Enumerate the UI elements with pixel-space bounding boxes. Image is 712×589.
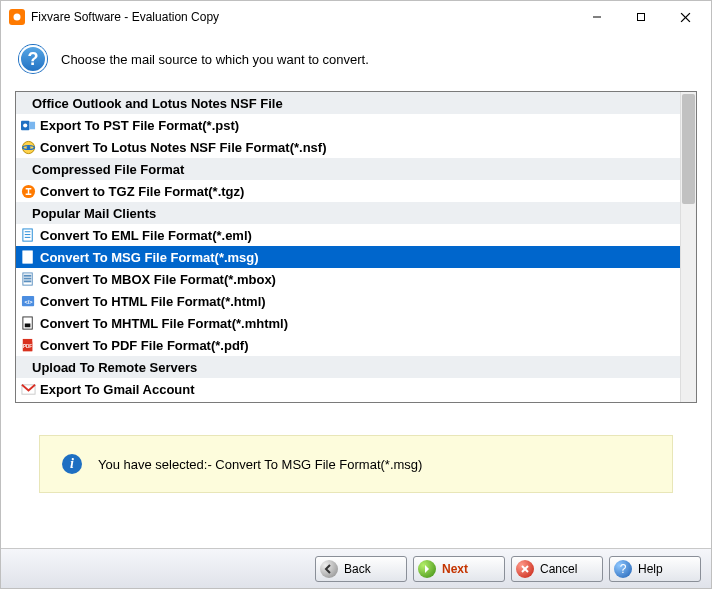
status-panel: i You have selected:- Convert To MSG Fil… xyxy=(39,435,673,493)
row-label: Convert To EML File Format(*.eml) xyxy=(40,228,252,243)
wizard-footer: Back Next Cancel ? Help xyxy=(1,548,711,588)
list-category: Popular Mail Clients xyxy=(16,202,680,224)
list-option[interactable]: Convert To MSG File Format(*.msg) xyxy=(16,246,680,268)
outlook-icon xyxy=(20,117,36,133)
list-option[interactable]: Convert To Lotus Notes NSF File Format(*… xyxy=(16,136,680,158)
help-label: Help xyxy=(638,562,663,576)
status-text: You have selected:- Convert To MSG File … xyxy=(98,457,422,472)
question-icon: ? xyxy=(19,45,47,73)
row-label: Convert To Lotus Notes NSF File Format(*… xyxy=(40,140,327,155)
app-icon xyxy=(9,9,25,25)
help-icon: ? xyxy=(614,560,632,578)
cancel-button[interactable]: Cancel xyxy=(511,556,603,582)
row-label: Convert to TGZ File Format(*.tgz) xyxy=(40,184,244,199)
notes-icon xyxy=(20,139,36,155)
help-button[interactable]: ? Help xyxy=(609,556,701,582)
row-label: Popular Mail Clients xyxy=(32,206,156,221)
mhtml-icon xyxy=(20,315,36,331)
row-label: Office Outlook and Lotus Notes NSF File xyxy=(32,96,283,111)
row-label: Convert To MBOX File Format(*.mbox) xyxy=(40,272,276,287)
svg-rect-20 xyxy=(23,274,31,276)
svg-point-7 xyxy=(23,123,27,127)
titlebar[interactable]: Fixvare Software - Evaluation Copy xyxy=(1,1,711,33)
list-option[interactable]: Convert To MBOX File Format(*.mbox) xyxy=(16,268,680,290)
cancel-label: Cancel xyxy=(540,562,577,576)
list-option[interactable]: Convert to TGZ File Format(*.tgz) xyxy=(16,180,680,202)
next-button[interactable]: Next xyxy=(413,556,505,582)
svg-point-11 xyxy=(26,145,30,149)
next-label: Next xyxy=(442,562,468,576)
list-category: Compressed File Format xyxy=(16,158,680,180)
back-button[interactable]: Back xyxy=(315,556,407,582)
list-option[interactable]: Convert To MHTML File Format(*.mhtml) xyxy=(16,312,680,334)
info-icon: i xyxy=(62,454,82,474)
back-arrow-icon xyxy=(320,560,338,578)
mbox-icon xyxy=(20,271,36,287)
maximize-button[interactable] xyxy=(619,3,663,31)
list-category: Upload To Remote Servers xyxy=(16,356,680,378)
svg-point-1 xyxy=(14,14,21,21)
list-option[interactable]: PDFConvert To PDF File Format(*.pdf) xyxy=(16,334,680,356)
svg-rect-21 xyxy=(23,277,31,279)
gmail-icon xyxy=(20,381,36,397)
svg-rect-3 xyxy=(638,14,645,21)
eml-icon xyxy=(20,227,36,243)
msg-icon xyxy=(20,249,36,265)
list-category: Office Outlook and Lotus Notes NSF File xyxy=(16,92,680,114)
row-label: Export To Gmail Account xyxy=(40,382,195,397)
pdf-icon: PDF xyxy=(20,337,36,353)
scroll-thumb[interactable] xyxy=(682,94,695,204)
row-label: Convert To HTML File Format(*.html) xyxy=(40,294,266,309)
html-icon: </> xyxy=(20,293,36,309)
wizard-prompt: Choose the mail source to which you want… xyxy=(61,52,369,67)
svg-text:</>: </> xyxy=(24,299,33,305)
row-label: Convert To MHTML File Format(*.mhtml) xyxy=(40,316,288,331)
app-window: Fixvare Software - Evaluation Copy ? Cho… xyxy=(0,0,712,589)
back-label: Back xyxy=(344,562,371,576)
list-option[interactable]: Export To Gmail Account xyxy=(16,378,680,400)
row-label: Compressed File Format xyxy=(32,162,184,177)
svg-rect-25 xyxy=(22,316,31,328)
minimize-button[interactable] xyxy=(575,3,619,31)
next-arrow-icon xyxy=(418,560,436,578)
wizard-header: ? Choose the mail source to which you wa… xyxy=(1,33,711,91)
close-button[interactable] xyxy=(663,3,707,31)
cancel-icon xyxy=(516,560,534,578)
svg-rect-22 xyxy=(23,280,31,282)
scrollbar[interactable] xyxy=(680,92,696,402)
list-option[interactable]: </>Convert To HTML File Format(*.html) xyxy=(16,290,680,312)
svg-rect-26 xyxy=(24,323,30,327)
list-option[interactable]: Export To PST File Format(*.pst) xyxy=(16,114,680,136)
row-label: Export To PST File Format(*.pst) xyxy=(40,118,239,133)
row-label: Convert To PDF File Format(*.pdf) xyxy=(40,338,248,353)
window-title: Fixvare Software - Evaluation Copy xyxy=(31,10,575,24)
svg-text:PDF: PDF xyxy=(22,344,31,349)
tgz-icon xyxy=(20,183,36,199)
svg-rect-18 xyxy=(24,253,30,258)
svg-rect-8 xyxy=(29,121,35,129)
format-listbox[interactable]: Office Outlook and Lotus Notes NSF FileE… xyxy=(15,91,697,403)
row-label: Convert To MSG File Format(*.msg) xyxy=(40,250,259,265)
row-label: Upload To Remote Servers xyxy=(32,360,197,375)
list-option[interactable]: Convert To EML File Format(*.eml) xyxy=(16,224,680,246)
